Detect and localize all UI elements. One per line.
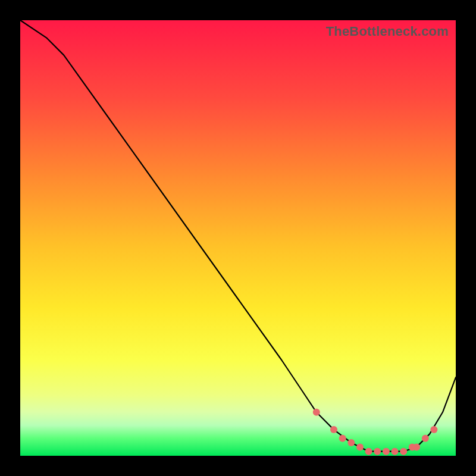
valley-dot	[383, 448, 390, 455]
valley-dot	[313, 409, 320, 416]
valley-dot	[374, 448, 381, 455]
valley-dot	[339, 435, 346, 442]
valley-dot	[422, 435, 429, 442]
valley-dot	[392, 448, 399, 455]
valley-dot	[356, 443, 364, 450]
valley-dot	[400, 448, 407, 455]
curve-layer	[20, 20, 456, 456]
primary-curve	[20, 20, 456, 452]
valley-dot	[347, 439, 355, 446]
plot-area: TheBottleneck.com	[20, 20, 456, 456]
chart-frame: TheBottleneck.com	[0, 0, 476, 476]
valley-dot	[330, 426, 337, 433]
valley-dots-group	[313, 409, 438, 455]
valley-dot	[430, 426, 437, 433]
valley-dot	[365, 448, 372, 455]
valley-dot	[413, 443, 420, 450]
